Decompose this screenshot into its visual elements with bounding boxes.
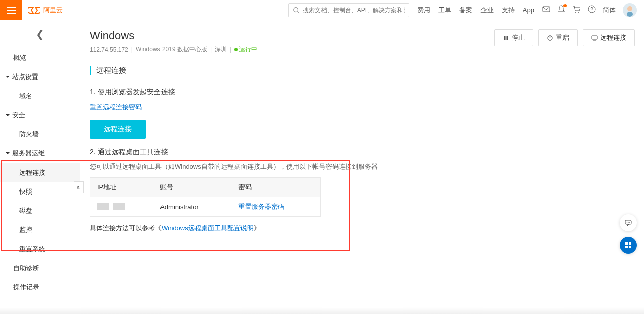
sidebar-item-remote[interactable]: 远程连接 bbox=[0, 163, 80, 182]
sidebar-item-disk[interactable]: 磁盘 bbox=[0, 201, 80, 220]
sidebar-label: 快照 bbox=[19, 188, 32, 195]
svg-rect-11 bbox=[507, 36, 508, 40]
table-header-row: IP地址 账号 密码 bbox=[90, 178, 321, 197]
top-icons: ? 简体 bbox=[542, 3, 644, 17]
avatar[interactable] bbox=[623, 3, 637, 17]
restart-icon bbox=[547, 35, 553, 41]
connection-info-table: IP地址 账号 密码 Administrator bbox=[90, 177, 321, 217]
status-dot-icon bbox=[234, 48, 238, 51]
rdp-doc-link[interactable]: Windows远程桌面工具配置说明 bbox=[162, 224, 254, 232]
sidebar-label: 安全 bbox=[12, 111, 25, 120]
remote-connect-primary-button[interactable]: 远程连接 bbox=[90, 120, 146, 139]
sidebar-item-firewall[interactable]: 防火墙 bbox=[0, 125, 80, 144]
sidebar-item-self-diagnose[interactable]: 自助诊断 bbox=[0, 259, 80, 278]
page-title: Windows bbox=[90, 29, 257, 42]
float-buttons bbox=[620, 214, 637, 254]
remote-connect-button[interactable]: 远程连接 bbox=[583, 29, 635, 46]
th-password: 密码 bbox=[231, 178, 321, 197]
stop-button[interactable]: 停止 bbox=[494, 29, 533, 46]
svg-text:?: ? bbox=[590, 7, 593, 12]
svg-rect-23 bbox=[625, 246, 628, 248]
separator: | bbox=[131, 46, 133, 53]
nav-enterprise[interactable]: 企业 bbox=[480, 6, 494, 15]
nav-app[interactable]: App bbox=[523, 6, 534, 14]
sidebar-label: 重置系统 bbox=[19, 245, 45, 253]
page-header: Windows 112.74.55.172 | Windows 2019 数据中… bbox=[90, 29, 644, 54]
ip-masked bbox=[97, 203, 146, 210]
step2-title: 2. 通过远程桌面工具连接 bbox=[90, 148, 644, 157]
nav-beian[interactable]: 备案 bbox=[459, 6, 472, 15]
meta-region: 深圳 bbox=[215, 45, 227, 54]
svg-point-4 bbox=[578, 12, 579, 13]
nav-fee[interactable]: 费用 bbox=[417, 6, 430, 15]
messages-icon[interactable] bbox=[542, 5, 550, 15]
search-icon bbox=[293, 7, 300, 14]
notification-dot bbox=[564, 4, 567, 7]
sidebar-label: 磁盘 bbox=[19, 207, 32, 214]
table-row: Administrator 重置服务器密码 bbox=[90, 197, 321, 217]
svg-rect-24 bbox=[629, 246, 631, 248]
sidebar-section-security[interactable]: 安全 bbox=[0, 106, 80, 125]
svg-rect-14 bbox=[592, 36, 597, 39]
td-password: 重置服务器密码 bbox=[231, 197, 321, 217]
reset-server-password-link[interactable]: 重置服务器密码 bbox=[238, 203, 284, 210]
sidebar-collapse-handle[interactable] bbox=[74, 181, 84, 193]
sidebar-item-op-log[interactable]: 操作记录 bbox=[0, 278, 80, 297]
section-title: 远程连接 bbox=[90, 66, 644, 75]
step2-desc: 您可以通过远程桌面工具（如Windows自带的远程桌面连接工具），使用以下帐号密… bbox=[90, 162, 644, 171]
separator: | bbox=[230, 46, 231, 53]
back-button[interactable]: ❮ bbox=[0, 20, 80, 48]
help-icon[interactable]: ? bbox=[588, 5, 596, 15]
svg-point-3 bbox=[575, 12, 576, 13]
cart-icon[interactable] bbox=[573, 5, 581, 15]
ref-prefix: 具体连接方法可以参考《 bbox=[90, 224, 162, 232]
hamburger-menu[interactable] bbox=[0, 0, 22, 20]
collapse-icon bbox=[76, 185, 82, 190]
reset-remote-password-link[interactable]: 重置远程连接密码 bbox=[90, 103, 142, 112]
sidebar-item-reset-system[interactable]: 重置系统 bbox=[0, 240, 80, 259]
feedback-button[interactable] bbox=[620, 214, 637, 231]
mask-block bbox=[97, 203, 109, 210]
search-box[interactable] bbox=[288, 3, 409, 17]
apps-button[interactable] bbox=[620, 237, 637, 254]
bell-icon[interactable] bbox=[557, 5, 566, 15]
sidebar-item-snapshot[interactable]: 快照 bbox=[0, 182, 80, 201]
td-ip bbox=[90, 197, 153, 217]
status: 运行中 bbox=[234, 45, 257, 54]
sidebar-section-server-ops[interactable]: 服务器运维 bbox=[0, 144, 80, 163]
mask-block bbox=[113, 203, 125, 210]
separator: | bbox=[210, 46, 212, 53]
search-input[interactable] bbox=[303, 7, 405, 14]
sidebar-label: 远程连接 bbox=[19, 169, 45, 176]
nav-support[interactable]: 支持 bbox=[502, 6, 515, 15]
button-label: 重启 bbox=[556, 33, 569, 42]
td-account: Administrator bbox=[153, 197, 231, 217]
th-account: 账号 bbox=[153, 178, 231, 197]
sidebar-item-domain[interactable]: 域名 bbox=[0, 87, 80, 106]
nav-ticket[interactable]: 工单 bbox=[438, 6, 451, 15]
status-text: 运行中 bbox=[239, 46, 257, 53]
chevron-left-icon: ❮ bbox=[36, 28, 44, 40]
sidebar-label: 自助诊断 bbox=[13, 264, 39, 273]
brand[interactable]: 阿里云 bbox=[22, 6, 69, 15]
restart-button[interactable]: 重启 bbox=[538, 29, 578, 46]
svg-point-8 bbox=[627, 6, 632, 11]
sidebar-item-overview[interactable]: 概览 bbox=[0, 48, 80, 67]
reference-text: 具体连接方法可以参考《Windows远程桌面工具配置说明》 bbox=[90, 224, 644, 233]
svg-rect-9 bbox=[627, 12, 633, 17]
bottom-strip bbox=[0, 307, 644, 314]
top-nav: 费用 工单 备案 企业 支持 App bbox=[409, 6, 542, 15]
avatar-icon bbox=[623, 3, 637, 17]
sidebar-label: 防火墙 bbox=[19, 130, 39, 138]
th-ip: IP地址 bbox=[90, 178, 153, 197]
sidebar-item-monitor[interactable]: 监控 bbox=[0, 220, 80, 240]
caret-down-icon bbox=[5, 113, 10, 118]
sidebar-label: 域名 bbox=[19, 92, 32, 100]
button-label: 停止 bbox=[512, 33, 525, 42]
stop-icon bbox=[503, 35, 509, 41]
svg-rect-21 bbox=[625, 242, 628, 245]
lang-switch[interactable]: 简体 bbox=[603, 6, 616, 15]
sidebar-section-site-settings[interactable]: 站点设置 bbox=[0, 67, 80, 87]
svg-line-1 bbox=[297, 11, 299, 13]
grid-icon bbox=[624, 241, 632, 249]
